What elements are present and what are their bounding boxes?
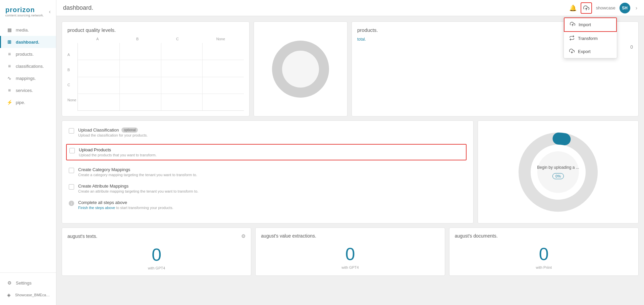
export-label: Export (578, 49, 591, 54)
content-area: product quality levels. A B C None A B (56, 16, 644, 305)
y-label-a: A (67, 53, 77, 57)
step-desc-complete: Finish the steps above to start transfor… (78, 206, 467, 210)
sidebar-item-mappings[interactable]: ∿ mappings. (0, 72, 56, 84)
top-row: product quality levels. A B C None A B (62, 21, 639, 116)
sidebar-item-showcase[interactable]: ◈ Showcase_BMEcat_In... (0, 289, 56, 301)
dropdown-transform[interactable]: Transform (564, 32, 617, 45)
bottom-panel-extractions: august's value extractions. 0 with GPT4 (255, 227, 445, 276)
documents-count: 0 (455, 244, 633, 264)
showcase-icon: ◈ (6, 292, 12, 298)
step-attribute-mappings: Create Attribute Mappings Create an attr… (69, 184, 467, 193)
step-desc-classification: Upload the classification for your produ… (78, 133, 467, 137)
upload-button[interactable] (581, 2, 592, 14)
quality-panel-title: product quality levels. (67, 27, 244, 33)
main-content: dashboard. 🔔 showcase SH › (56, 0, 644, 305)
x-label-b: B (136, 37, 139, 41)
dashboard-icon: ⊞ (6, 39, 12, 45)
step-title-category: Create Category Mappings (78, 167, 467, 172)
step-checkbox-products[interactable] (69, 148, 75, 153)
transform-label: Transform (578, 36, 598, 41)
sidebar-nav: ▦ media. ⊞ dashboard. ≡ products. ≡ clas… (0, 22, 56, 272)
products-icon: ≡ (6, 51, 12, 57)
notification-icon[interactable]: 🔔 (569, 4, 577, 12)
sidebar-item-pipe[interactable]: ⚡ pipe. (0, 96, 56, 108)
settings-icon: ⚙ (6, 280, 12, 286)
donut-progress: Begin by uploading a ... 0% (515, 129, 602, 216)
sidebar: prorizon content.sourcing.network. ‹ ▦ m… (0, 0, 56, 305)
extractions-count: 0 (261, 244, 439, 264)
pipe-icon: ⚡ (6, 100, 12, 105)
documents-sub-label: with Priint (455, 265, 633, 269)
texts-sub-label: with GPT4 (67, 266, 246, 270)
step-desc-category: Create a category mapping targeting the … (78, 173, 467, 177)
y-label-b: B (67, 68, 77, 72)
step-upload-classification: Upload Classification optional Upload th… (69, 128, 467, 137)
x-label-none: None (216, 37, 225, 41)
step-info-attribute: Create Attribute Mappings Create an attr… (78, 184, 467, 193)
quality-chart: A B C None A B C None (67, 37, 244, 111)
texts-gear-icon[interactable]: ⚙ (241, 233, 246, 239)
sidebar-item-label: classifications. (16, 64, 44, 69)
progress-label: Begin by uploading a ... 0% (537, 165, 579, 179)
sidebar-item-label: media. (16, 28, 29, 33)
sidebar-item-media[interactable]: ▦ media. (0, 24, 56, 36)
sidebar-item-settings[interactable]: ⚙ Settings (0, 277, 56, 289)
step-upload-products: Upload Products Upload the products that… (66, 144, 467, 160)
user-avatar[interactable]: SH (620, 3, 630, 13)
sidebar-item-label: dashboard. (16, 40, 39, 45)
svg-point-4 (282, 51, 319, 88)
sidebar-item-products[interactable]: ≡ products. (0, 48, 56, 60)
finish-link[interactable]: Finish the steps above (78, 206, 115, 210)
import-icon (570, 21, 575, 28)
y-label-c: C (67, 83, 77, 87)
bottom-panel-documents: august's documents. 0 with Priint (449, 227, 639, 276)
step-title-products: Upload Products (79, 147, 463, 152)
services-icon: ≡ (6, 88, 12, 93)
dropdown-export[interactable]: Export (564, 45, 617, 58)
step-category-mappings: Create Category Mappings Create a catego… (69, 167, 467, 177)
sidebar-item-label: pipe. (16, 100, 25, 105)
extractions-sub-label: with GPT4 (261, 265, 439, 269)
mappings-icon: ∿ (6, 75, 12, 81)
right-collapse-button[interactable]: › (636, 5, 637, 11)
dropdown-import[interactable]: Import (564, 17, 617, 32)
sidebar-item-classifications[interactable]: ≡ classifications. (0, 60, 56, 72)
step-info-products: Upload Products Upload the products that… (79, 147, 463, 157)
sidebar-logo: prorizon content.sourcing.network. ‹ (0, 3, 56, 22)
step-checkbox-classification[interactable] (69, 128, 74, 134)
info-icon: i (69, 201, 74, 206)
bottom-panel-extractions-header: august's value extractions. (261, 233, 439, 239)
sidebar-collapse-button[interactable]: ‹ (49, 9, 51, 15)
header: dashboard. 🔔 showcase SH › (56, 0, 644, 16)
step-checkbox-attribute[interactable] (69, 184, 74, 190)
texts-panel-title: august's texts. (67, 234, 97, 239)
showcase-label[interactable]: showcase (596, 5, 615, 10)
step-desc-products: Upload the products that you want to tra… (79, 153, 463, 157)
logo-secondary: content.sourcing.network. (5, 14, 44, 17)
step-title-attribute: Create Attribute Mappings (78, 184, 467, 189)
step-checkbox-category[interactable] (69, 168, 74, 173)
donut-panel (254, 21, 347, 116)
step-complete-all: i Complete all steps above Finish the st… (69, 200, 467, 210)
bottom-row: august's texts. ⚙ 0 with GPT4 august's v… (62, 227, 639, 276)
logo: prorizon content.sourcing.network. (5, 6, 44, 17)
header-actions: 🔔 showcase SH › (569, 2, 637, 14)
classifications-icon: ≡ (6, 63, 12, 69)
sidebar-item-label: mappings. (16, 76, 36, 81)
texts-count: 0 (67, 245, 246, 265)
bottom-panel-documents-header: august's documents. (455, 233, 633, 239)
bottom-panel-texts-header: august's texts. ⚙ (67, 233, 246, 239)
step-info-category: Create Category Mappings Create a catego… (78, 167, 467, 177)
import-label: Import (579, 22, 591, 27)
sidebar-item-label: Settings (16, 281, 32, 286)
step-info-complete: Complete all steps above Finish the step… (78, 200, 467, 210)
x-label-c: C (176, 37, 179, 41)
steps-panel: Upload Classification optional Upload th… (62, 120, 474, 223)
media-icon: ▦ (6, 27, 12, 33)
svg-point-8 (553, 134, 563, 143)
sidebar-item-services[interactable]: ≡ services. (0, 84, 56, 96)
sidebar-item-dashboard[interactable]: ⊞ dashboard. (0, 36, 56, 48)
step-title-classification: Upload Classification optional (78, 128, 467, 133)
quality-panel: product quality levels. A B C None A B (62, 21, 250, 116)
sidebar-footer: ⚙ Settings ◈ Showcase_BMEcat_In... (0, 272, 56, 305)
